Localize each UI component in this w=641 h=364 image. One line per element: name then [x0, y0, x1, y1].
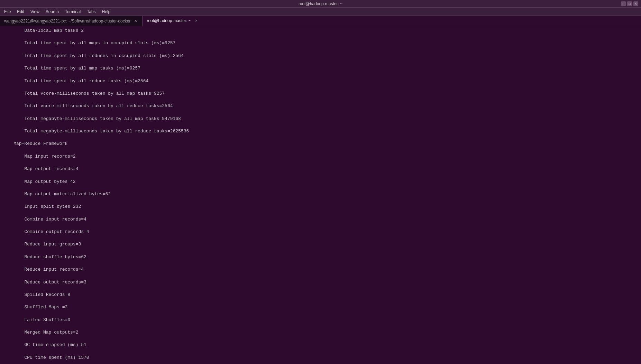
menu-tabs[interactable]: Tabs [84, 9, 98, 15]
tab-0-close[interactable]: ✕ [133, 19, 138, 24]
tab-1[interactable]: root@hadoop-master: ~ ✕ [143, 16, 202, 26]
tab-1-close[interactable]: ✕ [194, 18, 199, 23]
terminal-area[interactable]: Data-local map tasks=2 Total time spent … [0, 26, 641, 364]
title-bar: root@hadoop-master: ~ – □ ✕ [0, 0, 641, 8]
tab-bar: wangyao2221@wangyao2221-pc: ~/Software/h… [0, 16, 641, 26]
tab-0[interactable]: wangyao2221@wangyao2221-pc: ~/Software/h… [0, 16, 143, 26]
menu-view[interactable]: View [28, 9, 42, 15]
menu-search[interactable]: Search [43, 9, 62, 15]
tab-1-label: root@hadoop-master: ~ [147, 18, 191, 23]
menu-help[interactable]: Help [99, 9, 113, 15]
menu-bar: File Edit View Search Terminal Tabs Help [0, 8, 641, 16]
maximize-button[interactable]: □ [627, 1, 632, 6]
minimize-button[interactable]: – [621, 1, 626, 6]
menu-file[interactable]: File [1, 9, 13, 15]
tab-0-label: wangyao2221@wangyao2221-pc: ~/Software/h… [4, 19, 130, 24]
window-title: root@hadoop-master: ~ [299, 1, 342, 6]
menu-edit[interactable]: Edit [14, 9, 27, 15]
terminal-output: Data-local map tasks=2 Total time spent … [3, 28, 638, 364]
close-button[interactable]: ✕ [633, 1, 638, 6]
window-controls: – □ ✕ [621, 1, 638, 6]
menu-terminal[interactable]: Terminal [62, 9, 83, 15]
